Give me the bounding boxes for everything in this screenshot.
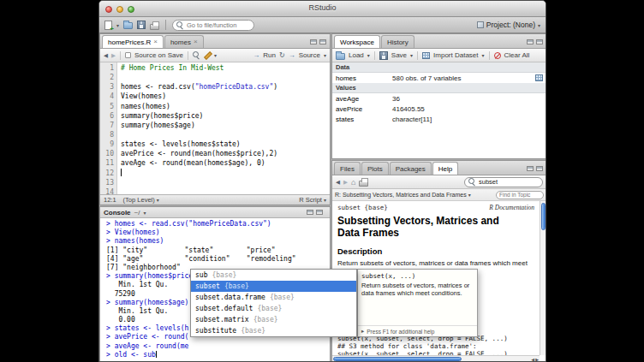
tab-plots[interactable]: Plots [361,162,389,175]
scroll-left-icon[interactable]: ◀ [531,357,534,362]
code-line [121,188,330,194]
code-lines[interactable]: # Home Prices In Mid-West homes <- read.… [121,64,330,194]
help-home-icon[interactable]: ⌂ [351,179,355,186]
tab-workspace[interactable]: Workspace [334,35,380,48]
maximize-pane-icon[interactable] [536,39,543,45]
minimize-pane-icon[interactable] [527,39,534,45]
scroll-right-icon[interactable]: ▶ [535,357,539,362]
filetype-selector[interactable]: R Script ▾ [299,196,326,204]
autocomplete-item[interactable]: subset.default{base} [191,303,356,314]
tab-close-icon[interactable]: × [153,39,158,45]
toolbar-separator [120,51,121,60]
load-dropdown-icon[interactable]: ▾ [367,52,370,58]
load-workspace-icon[interactable] [336,53,345,60]
scrollbar-thumb[interactable] [541,203,546,230]
minimize-pane-icon[interactable] [527,166,534,171]
completion-name: sub [195,271,207,279]
run-button[interactable]: Run [263,51,276,59]
maximize-pane-icon[interactable] [536,166,543,171]
maximize-pane-icon[interactable] [319,39,326,45]
autocomplete-item[interactable]: subset.matrix{base} [191,314,356,325]
save-icon[interactable] [137,21,146,29]
print-icon[interactable] [150,24,159,30]
autocomplete-item[interactable]: subset.data.frame{base} [191,292,356,303]
code-tools-dropdown-icon[interactable]: ▾ [214,52,217,58]
code-token: homes <- read.csv( [121,83,195,91]
breadcrumb[interactable]: R: Subsetting Vectors, Matrices and Data… [335,192,467,198]
source-button[interactable]: Source [299,51,320,59]
new-file-icon[interactable] [104,21,112,30]
find-in-topic-input[interactable] [499,192,540,198]
workspace-object-row[interactable]: aveAge36 [332,93,546,104]
autocomplete-item[interactable]: substitute{base} [191,325,356,336]
code-editor[interactable]: 1234567891011121314 # Home Prices In Mid… [100,62,330,194]
clear-all-icon[interactable] [494,52,501,59]
scrollbar-thumb[interactable] [333,357,462,361]
view-data-icon[interactable] [535,74,543,81]
import-dataset-icon[interactable] [422,52,430,59]
project-selector[interactable]: Project: (None) ▾ [477,21,540,29]
help-back-icon[interactable]: ◀ [336,179,340,186]
import-dataset-button[interactable]: Import Dataset [433,51,478,59]
console-line: > old <- sub [106,351,330,359]
hint-label: Press F1 for additional help [367,329,434,335]
autocomplete-item[interactable]: subset{base} [191,281,356,292]
object-name: states [336,116,392,123]
title-bar[interactable]: RStudio [99,1,546,17]
scope-selector[interactable]: (Top Level) ▾ [123,196,159,204]
line-number: 7 [100,122,114,131]
help-search-box[interactable] [464,177,543,187]
run-icon[interactable]: → [253,51,259,59]
code-token: ) [273,83,277,91]
workspace-object-row[interactable]: avePrice416405.55 [332,104,546,114]
tab-close-icon[interactable]: × [194,39,198,45]
save-dropdown-icon[interactable]: ▾ [410,52,413,58]
horizontal-scrollbar[interactable]: ◀ ▶ [332,355,540,362]
console-caret [156,351,158,358]
scrollbar-arrows[interactable]: ◀ ▶ [531,356,539,362]
code-token: aveAge <- round(mean(homes$age), 0) [121,159,265,167]
source-on-save-checkbox[interactable] [125,52,131,58]
tab-history[interactable]: History [381,35,414,48]
autocomplete-item[interactable]: sub{base} [191,270,356,281]
help-search-input[interactable] [479,178,539,186]
tab-files[interactable]: Files [334,162,361,175]
tab-help[interactable]: Help [432,162,458,175]
vertical-scrollbar[interactable] [540,201,546,355]
find-in-topic-box[interactable] [496,191,544,199]
workspace-object-row[interactable]: homes580 obs. of 7 variables [332,73,546,83]
clear-all-button[interactable]: Clear All [504,51,530,59]
rerun-icon[interactable]: ↻ [279,51,285,59]
import-dropdown-icon[interactable]: ▾ [482,52,485,58]
save-button[interactable]: Save [391,51,407,59]
load-button[interactable]: Load [349,51,364,59]
maximize-pane-icon[interactable] [316,210,323,215]
tab-homeprices-r[interactable]: homePrices.R× [102,35,164,48]
console-pane-controls [307,210,323,215]
minimize-pane-icon[interactable] [307,210,313,215]
goto-file-search[interactable] [172,20,254,31]
help-forward-icon[interactable]: ▶ [343,179,348,186]
wd-dropdown-icon[interactable]: ▾ [143,210,146,216]
minimize-pane-icon[interactable] [310,39,317,45]
open-file-icon[interactable] [123,22,133,29]
find-icon[interactable] [193,51,200,59]
scope-label: (Top Level) [123,196,155,204]
source-icon[interactable]: → [289,51,295,59]
breadcrumb-dropdown-icon[interactable]: ▾ [468,192,471,198]
code-token: states <- levels(homes$state) [121,140,241,148]
object-value: 580 obs. of 7 variables [392,74,535,82]
save-workspace-icon[interactable] [379,51,388,60]
code-token: avePrice <- round(mean(homes$price),2) [121,150,277,157]
forward-icon[interactable]: ▶ [111,52,116,59]
code-tools-icon[interactable] [204,51,211,59]
back-icon[interactable]: ◀ [104,52,108,59]
tab-homes[interactable]: homes× [164,35,204,48]
goto-file-input[interactable] [187,21,250,29]
new-file-dropdown-icon[interactable]: ▾ [116,22,119,28]
workspace-object-row[interactable]: statescharacter[11] [332,114,546,124]
tab-label: Workspace [340,39,374,46]
help-print-icon[interactable] [359,181,368,187]
source-dropdown-icon[interactable]: ▾ [324,52,326,58]
tab-packages[interactable]: Packages [390,162,432,175]
